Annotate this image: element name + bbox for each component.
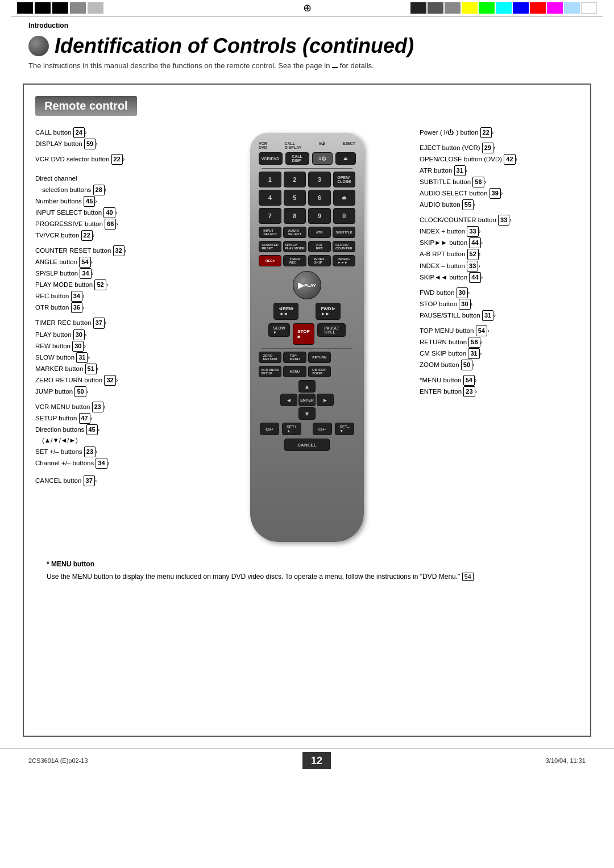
btn-2[interactable]: 2 (284, 172, 306, 187)
btn-5[interactable]: 5 (284, 190, 306, 206)
btn-open-close[interactable]: OPEN/CLOSE (333, 172, 356, 187)
btn-eject2[interactable]: ⏏ (333, 190, 356, 206)
label-input-select: INPUT SELECT button 40› (35, 207, 194, 218)
index-skip-btn[interactable]: INDEXSKIP (308, 255, 331, 266)
vcr-dvd-btn[interactable]: VCR/DVD (259, 152, 283, 165)
pause-btn[interactable]: PAUSE/STILL (317, 323, 346, 337)
label-progressive: PROGRESSIVE button 66› (35, 219, 194, 229)
return-btn[interactable]: RETURN (308, 352, 331, 363)
right-labels: Power ( I/⏻ ) button 22› EJECT button (V… (420, 127, 579, 542)
sq5 (88, 2, 103, 14)
color-squares-right (410, 0, 614, 16)
down-btn[interactable]: ▼ (298, 407, 316, 420)
left-btn[interactable]: ◄ (280, 394, 297, 406)
label-skip-rew: SKIP◄◄ button 44› (420, 272, 579, 283)
label-vcr-dvd: VCR DVD selector button 22› (35, 154, 194, 165)
label-counter-reset: COUNTER RESET button 32› (35, 245, 194, 256)
function-btn-grid2: COUNTERRESET SP/SLPPLAY MODE A-BRPT CLOC… (256, 241, 358, 252)
counter-reset-btn[interactable]: COUNTERRESET (259, 241, 281, 252)
clock-counter-btn[interactable]: CLOCK/COUNTER (333, 241, 355, 252)
btn-1[interactable]: 1 (259, 172, 281, 187)
spacer2 (333, 352, 355, 363)
cancel-btn[interactable]: CANCEL (284, 439, 330, 451)
label-power: Power ( I/⏻ ) button 22› (420, 127, 579, 138)
csq6 (496, 2, 512, 14)
btn-7[interactable]: 7 (259, 208, 281, 224)
sp3 (280, 407, 297, 420)
btn-6[interactable]: 6 (308, 190, 331, 206)
btn-4[interactable]: 4 (259, 190, 281, 206)
label-slow: SLOW button 31› (35, 352, 194, 363)
sq4 (70, 2, 86, 14)
ab-rpt-btn[interactable]: A-BRPT (308, 241, 331, 252)
csq8 (530, 2, 546, 14)
content-layout: CALL button 24› DISPLAY button 59› VCR D… (35, 127, 579, 542)
label-skip-fwd: SKIP►► button 44› (420, 237, 579, 248)
call-display-btn[interactable]: CALLDISP (285, 152, 309, 165)
btn-3[interactable]: 3 (308, 172, 331, 187)
csq2 (428, 2, 443, 14)
stop-btn[interactable]: STOP■ (293, 323, 314, 345)
label-zero-return: ZERO RETURN button 32› (35, 375, 194, 386)
function-btn-grid3: REC● TIMERREC INDEXSKIP INDEX+►►► (256, 255, 358, 266)
sp1 (280, 380, 297, 393)
ch-minus-btn[interactable]: CH– (313, 423, 332, 435)
btn-9[interactable]: 9 (308, 208, 331, 224)
btn-0[interactable]: 0 (333, 208, 356, 224)
timer-rec-btn[interactable]: TIMERREC (283, 255, 306, 266)
slow-btn[interactable]: SLOW► (268, 323, 290, 337)
menu-btn[interactable]: MENU (283, 366, 306, 377)
zero-return-btn[interactable]: ZERORETURN (259, 352, 281, 363)
bottom-note: * MENU button Use the MENU button to dis… (35, 553, 579, 587)
set-plus-btn[interactable]: SET+▲ (282, 423, 301, 435)
bottom-func-grid: ZERORETURN TOPMENU RETURN (256, 352, 358, 363)
subtitle-btn[interactable]: SUBTITLE (333, 227, 355, 238)
csq7 (513, 2, 529, 14)
top-menu-btn[interactable]: TOPMENU (283, 352, 306, 363)
rew-btn[interactable]: ⊲REW◄◄ (273, 303, 298, 320)
csq1 (410, 2, 426, 14)
rew-fwd-row: ⊲REW◄◄ FWD⊳►► (256, 303, 358, 320)
footer-right: 3/10/04, 11:31 (546, 757, 586, 764)
csq3 (445, 2, 460, 14)
label-index-minus: INDEX – button 33› (420, 261, 579, 272)
enter-center-btn[interactable]: ENTER (298, 394, 316, 406)
label-audio: AUDIO button 55› (420, 199, 579, 210)
input-select-btn[interactable]: INPUTSELECT (259, 227, 281, 238)
label-display: DISPLAY button 59› (35, 139, 194, 149)
set-minus-btn[interactable]: SET–▼ (335, 423, 354, 435)
label-ab-rpt: A-B RPT button 52› (420, 249, 579, 260)
audio-select-btn[interactable]: AUDIOSELECT (283, 227, 306, 238)
power-btn[interactable]: I/⏻ (312, 152, 333, 165)
fwd-btn[interactable]: FWD⊳►► (316, 303, 341, 320)
vcr-menu-setup-btn[interactable]: VCR MENUSETUP (259, 366, 281, 377)
right-btn[interactable]: ► (317, 394, 334, 406)
subtitle-text: The instructions in this manual describe… (28, 61, 586, 70)
ch-plus-btn[interactable]: CH+ (260, 423, 279, 435)
spslp-btn[interactable]: SP/SLPPLAY MODE (283, 241, 306, 252)
btn-8[interactable]: 8 (284, 208, 306, 224)
label-setup: SETUP button 47› (35, 413, 194, 424)
atr-btn[interactable]: ATR (308, 227, 331, 238)
label-tvvcr: TV/VCR button 22› (35, 230, 194, 241)
label-channel-plus-minus: Channel +/– buttons 34› (35, 458, 194, 469)
footer-center: 12 (302, 752, 331, 769)
label-jump: JUMP button 50› (35, 386, 194, 397)
label-timer-rec: TIMER REC button 37› (35, 318, 194, 328)
center-crosshair: ⊕ (303, 2, 312, 14)
up-btn[interactable]: ▲ (298, 380, 316, 393)
cm-skip-btn[interactable]: CM SKIPZOOM (308, 366, 331, 377)
page-title: Identification of Controls (continued) (28, 34, 586, 58)
label-direction-symbols: (▲/▼/◄/►) (35, 436, 194, 446)
rec-btn[interactable]: REC● (259, 255, 281, 266)
eject-btn[interactable]: ⏏ (335, 152, 356, 165)
bottom-func-grid2: VCR MENUSETUP MENU CM SKIPZOOM (256, 366, 358, 377)
play-btn[interactable]: ▶PLAY (293, 271, 321, 299)
page-ref-box (332, 67, 338, 68)
label-clock-counter: CLOCK/COUNTER button 33› (420, 215, 579, 226)
label-angle: ANGLE button 54› (35, 257, 194, 268)
label-top-menu: TOP MENU button 54› (420, 326, 579, 336)
sp4 (317, 407, 334, 420)
index-plus-btn[interactable]: INDEX+►►► (333, 255, 355, 266)
label-stop: STOP button 30› (420, 299, 579, 310)
